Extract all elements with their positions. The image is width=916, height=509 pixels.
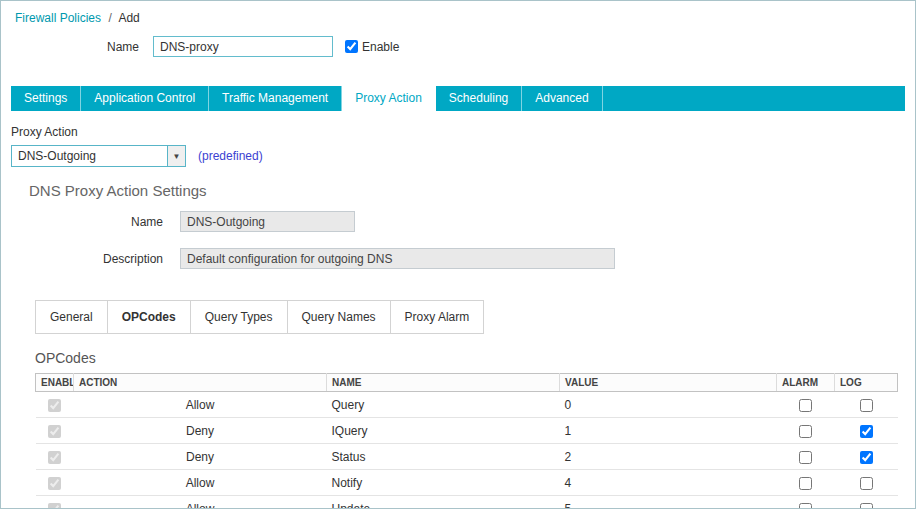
tab-traffic-management[interactable]: Traffic Management	[209, 86, 342, 111]
row-log-checkbox[interactable]	[860, 399, 873, 412]
breadcrumb-separator: /	[108, 11, 111, 25]
dns-proxy-action-settings-title: DNS Proxy Action Settings	[29, 182, 915, 199]
dropdown-arrow-icon[interactable]: ▼	[167, 146, 185, 166]
tab-application-control[interactable]: Application Control	[81, 86, 209, 111]
row-log-checkbox[interactable]	[860, 451, 873, 464]
subtab-proxy-alarm[interactable]: Proxy Alarm	[391, 301, 484, 333]
subtab-query-names[interactable]: Query Names	[288, 301, 391, 333]
row-value: 5	[560, 496, 777, 509]
opcodes-table-header: ENABLED ACTION NAME VALUE ALARM LOG	[36, 374, 898, 392]
tab-advanced[interactable]: Advanced	[522, 86, 602, 111]
row-log-checkbox[interactable]	[860, 425, 873, 438]
description-label: Description	[11, 252, 163, 266]
table-row: Allow Notify 4	[36, 470, 898, 496]
col-header-log: LOG	[835, 374, 898, 392]
row-action: Deny	[74, 444, 327, 470]
row-alarm-checkbox[interactable]	[799, 451, 812, 464]
col-header-alarm: ALARM	[777, 374, 835, 392]
tab-proxy-action[interactable]: Proxy Action	[342, 86, 436, 111]
row-value: 0	[560, 392, 777, 418]
row-action: Allow	[74, 496, 327, 509]
breadcrumb-link-firewall-policies[interactable]: Firewall Policies	[15, 11, 101, 25]
proxy-action-select-row: DNS-Outgoing ▼ (predefined)	[11, 145, 915, 167]
policy-tabbar: Settings Application Control Traffic Man…	[11, 86, 905, 111]
subtab-general[interactable]: General	[36, 301, 108, 333]
tab-settings[interactable]: Settings	[11, 86, 81, 111]
settings-name-input	[180, 211, 355, 232]
row-enabled-checkbox	[48, 503, 61, 509]
row-enabled-checkbox	[48, 477, 61, 490]
description-input	[180, 248, 615, 269]
subtab-query-types[interactable]: Query Types	[191, 301, 288, 333]
row-name: Notify	[327, 470, 560, 496]
table-row: Deny Status 2	[36, 444, 898, 470]
row-value: 4	[560, 470, 777, 496]
proxy-action-select[interactable]: DNS-Outgoing ▼	[11, 145, 186, 167]
proxy-action-panel: Proxy Action DNS-Outgoing ▼ (predefined)…	[11, 125, 915, 509]
enable-label: Enable	[362, 40, 399, 54]
row-enabled-checkbox	[48, 451, 61, 464]
col-header-action: ACTION	[74, 374, 327, 392]
opcodes-table: ENABLED ACTION NAME VALUE ALARM LOG Allo…	[35, 373, 898, 509]
row-action: Allow	[74, 392, 327, 418]
col-header-enabled: ENABLED	[36, 374, 74, 392]
settings-name-row: Name	[11, 211, 915, 232]
settings-description-row: Description	[11, 248, 915, 269]
row-action: Deny	[74, 418, 327, 444]
breadcrumb-current: Add	[118, 11, 139, 25]
table-row: Allow Query 0	[36, 392, 898, 418]
col-header-value: VALUE	[560, 374, 777, 392]
row-alarm-checkbox[interactable]	[799, 477, 812, 490]
subtab-opcodes[interactable]: OPCodes	[108, 301, 191, 333]
enable-checkbox[interactable]	[345, 40, 358, 53]
proxy-action-selected-value: DNS-Outgoing	[12, 149, 96, 163]
row-enabled-checkbox	[48, 399, 61, 412]
table-row: Allow Update 5	[36, 496, 898, 509]
row-name: Update	[327, 496, 560, 509]
table-row: Deny IQuery 1	[36, 418, 898, 444]
breadcrumb: Firewall Policies / Add	[1, 1, 915, 25]
opcodes-section-title: OPCodes	[35, 350, 915, 366]
row-log-checkbox[interactable]	[860, 503, 873, 509]
settings-name-label: Name	[11, 215, 163, 229]
row-name: Status	[327, 444, 560, 470]
row-alarm-checkbox[interactable]	[799, 425, 812, 438]
enable-checkbox-wrap: Enable	[345, 40, 399, 54]
row-enabled-checkbox	[48, 425, 61, 438]
row-value: 1	[560, 418, 777, 444]
proxy-action-subtabs: General OPCodes Query Types Query Names …	[35, 300, 484, 334]
firewall-policy-add-page: Firewall Policies / Add Name Enable Sett…	[0, 0, 916, 509]
row-alarm-checkbox[interactable]	[799, 503, 812, 509]
row-value: 2	[560, 444, 777, 470]
predefined-link[interactable]: (predefined)	[198, 149, 263, 163]
proxy-action-label: Proxy Action	[11, 125, 915, 139]
row-alarm-checkbox[interactable]	[799, 399, 812, 412]
row-name: Query	[327, 392, 560, 418]
name-label: Name	[1, 40, 139, 54]
tab-scheduling[interactable]: Scheduling	[436, 86, 522, 111]
row-name: IQuery	[327, 418, 560, 444]
col-header-name: NAME	[327, 374, 560, 392]
row-action: Allow	[74, 470, 327, 496]
policy-name-input[interactable]	[153, 36, 333, 57]
row-log-checkbox[interactable]	[860, 477, 873, 490]
policy-name-row: Name Enable	[1, 36, 915, 57]
